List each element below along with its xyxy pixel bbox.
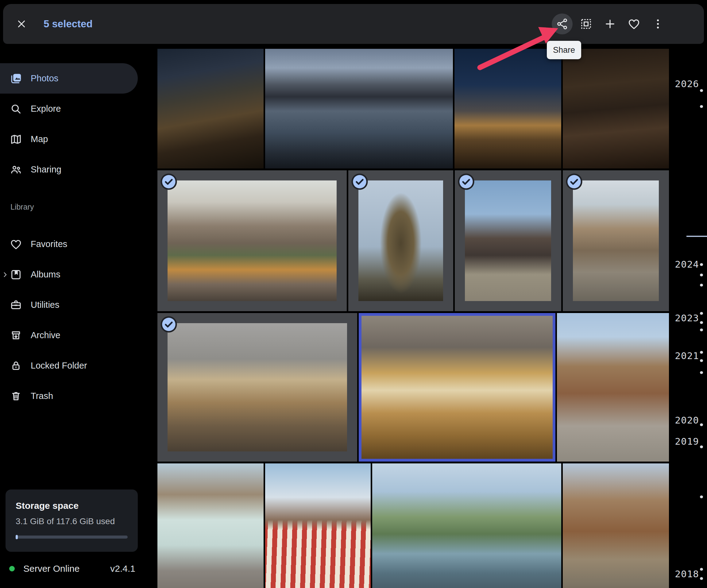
timeline-year-2020: 2020	[675, 415, 699, 426]
timeline-tick-dot	[700, 329, 703, 331]
timeline-tick-dot	[700, 351, 703, 354]
library-section-header: Library	[0, 185, 138, 229]
sidebar-item-label: Locked Folder	[31, 361, 87, 371]
sidebar-item-label: Sharing	[31, 164, 61, 175]
timeline-tick-dot	[700, 284, 703, 287]
search-icon	[9, 102, 23, 116]
timeline-tick-dot	[700, 371, 703, 374]
briefcase-icon	[9, 298, 23, 312]
trash-icon	[9, 389, 23, 403]
timeline-tick-dot	[700, 577, 703, 580]
photo-market-stall[interactable]	[265, 463, 370, 588]
sidebar-item-favorites[interactable]: Favorites	[0, 229, 138, 259]
photo-image-cafe-terrace	[168, 323, 347, 451]
timeline-tick-dot	[700, 274, 703, 276]
timeline-tick-dot	[700, 568, 703, 571]
sidebar-item-label: Utilities	[31, 300, 59, 310]
share-icon	[556, 18, 568, 30]
favorite-button[interactable]	[624, 13, 644, 34]
plus-icon	[604, 18, 616, 30]
server-status-dot	[9, 566, 15, 571]
map-icon	[9, 133, 23, 146]
timeline-year-2024: 2024	[675, 259, 699, 270]
sidebar-item-sharing[interactable]: Sharing	[0, 154, 138, 185]
photo-image-market-square-night	[454, 49, 561, 168]
server-status-label: Server Online	[23, 563, 79, 574]
sidebar-item-archive[interactable]: Archive	[0, 320, 138, 351]
timeline-tick-dot	[700, 105, 703, 108]
timeline-tick-dot	[700, 446, 703, 448]
storage-title: Storage space	[15, 500, 128, 511]
timeline-tick-dot	[700, 496, 703, 498]
select-all-icon	[580, 18, 592, 30]
photo-image-frauenkirche-square	[465, 181, 551, 301]
photo-image-river-panorama	[372, 463, 561, 588]
storage-card: Storage space 3.1 GiB of 117.6 GiB used	[5, 489, 138, 552]
photo-restaurant-interior[interactable]	[563, 49, 669, 168]
photo-frauenkirche-square[interactable]	[455, 170, 561, 311]
timeline-tick-dot	[700, 424, 703, 426]
timeline-position-marker[interactable]	[686, 236, 707, 237]
storage-usage: 3.1 GiB of 117.6 GiB used	[15, 517, 128, 526]
photo-image-street-with-car	[557, 313, 669, 462]
sidebar-item-label: Photos	[31, 73, 58, 84]
photo-cafe-terrace[interactable]	[158, 313, 357, 462]
photo-gothic-fountain[interactable]	[348, 170, 453, 311]
sidebar-item-photos[interactable]: Photos	[0, 63, 138, 94]
timeline-year-2023: 2023	[675, 313, 699, 323]
chevron-right-icon[interactable]	[1, 271, 9, 279]
more-vert-icon	[652, 18, 664, 30]
timeline-scrubber[interactable]: 2026202420232021202020192018	[669, 0, 707, 588]
more-options-button[interactable]	[647, 13, 668, 34]
sidebar-item-locked-folder[interactable]: Locked Folder	[0, 351, 138, 381]
photo-old-town-street[interactable]	[563, 170, 669, 311]
select-all-button[interactable]	[576, 13, 597, 34]
storage-progress-track	[15, 535, 128, 538]
photo-river-panorama[interactable]	[372, 463, 561, 588]
photo-statue-street[interactable]	[563, 463, 669, 588]
selected-check-icon[interactable]	[160, 316, 178, 333]
photo-st-sebaldus-church[interactable]	[158, 170, 347, 311]
photo-image-knife-shop	[362, 316, 553, 459]
sidebar-item-explore[interactable]: Explore	[0, 94, 138, 124]
sidebar-item-utilities[interactable]: Utilities	[0, 290, 138, 320]
photo-grid-row	[158, 463, 669, 588]
photo-grid-row	[158, 49, 669, 168]
sidebar-item-label: Explore	[31, 104, 61, 114]
timeline-year-2026: 2026	[675, 78, 699, 89]
heart-icon	[9, 237, 23, 251]
add-to-album-button[interactable]	[600, 13, 620, 34]
sidebar-item-label: Archive	[31, 330, 61, 340]
photo-image-restaurant-interior	[563, 49, 669, 168]
selected-check-icon[interactable]	[351, 173, 369, 191]
photo-knife-shop[interactable]	[359, 313, 556, 462]
photo-street-with-car[interactable]	[557, 313, 669, 462]
photo-night-terrace[interactable]	[158, 49, 264, 168]
share-tooltip: Share	[547, 41, 581, 59]
photo-image-statue-street	[563, 463, 669, 588]
sidebar-item-albums[interactable]: Albums	[0, 259, 138, 290]
photo-image-city-map-sign	[158, 463, 264, 588]
photo-image-old-town-street	[573, 181, 659, 301]
sidebar-item-trash[interactable]: Trash	[0, 381, 138, 411]
selected-check-icon[interactable]	[160, 173, 178, 191]
close-selection-button[interactable]	[10, 13, 33, 35]
server-status-row: Server Online v2.4.1	[9, 562, 138, 575]
selected-check-icon[interactable]	[457, 173, 475, 191]
photo-city-map-sign[interactable]	[158, 463, 264, 588]
close-icon	[15, 18, 27, 30]
sidebar-item-map[interactable]: Map	[0, 124, 138, 154]
share-button[interactable]	[552, 13, 573, 34]
photo-river-dusk[interactable]	[265, 49, 453, 168]
storage-progress-fill	[15, 535, 18, 539]
timeline-year-2021: 2021	[675, 350, 699, 361]
timeline-year-2019: 2019	[675, 436, 699, 447]
selected-check-icon[interactable]	[565, 173, 583, 191]
photo-image-market-stall	[265, 463, 370, 588]
timeline-tick-dot	[700, 89, 703, 92]
photo-market-square-night[interactable]	[454, 49, 561, 168]
selected-count-label: 5 selected	[43, 18, 93, 30]
timeline-tick-dot	[700, 359, 703, 362]
sidebar-nav: Photos Explore Map Sharing Library Favor…	[0, 63, 138, 411]
archive-icon	[9, 329, 23, 342]
